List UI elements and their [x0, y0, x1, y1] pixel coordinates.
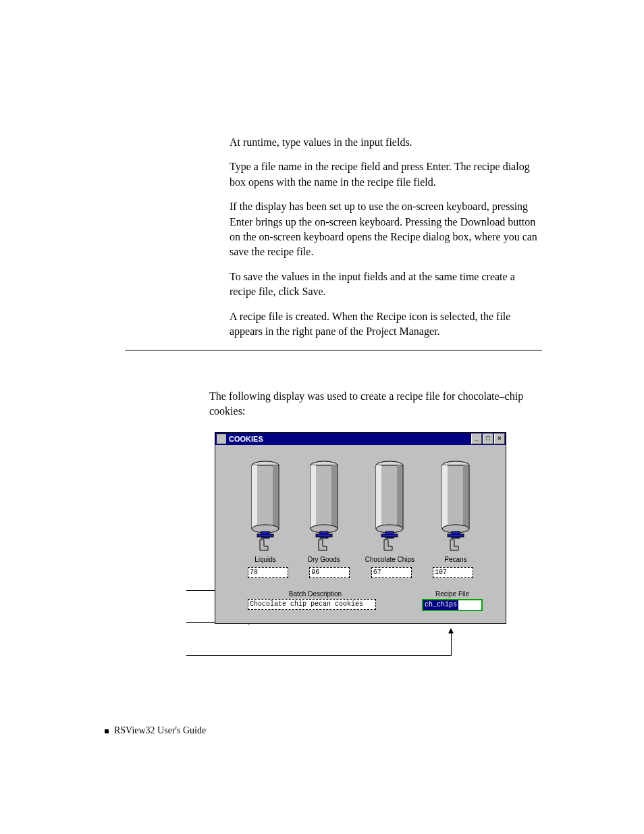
tank-drygoods: Dry Goods: [306, 459, 342, 563]
app-icon: [217, 434, 226, 444]
batch-description-label: Batch Description: [248, 590, 383, 598]
svg-rect-17: [397, 465, 402, 529]
svg-rect-20: [381, 534, 398, 537]
svg-rect-13: [316, 534, 332, 537]
arrow-line-3: [186, 655, 452, 656]
paragraph-3: If the display has been set up to use th…: [230, 199, 540, 260]
recipe-file-label: Recipe File: [422, 590, 483, 598]
tank-label: Dry Goods: [308, 556, 340, 563]
tank-chocolate: Chocolate Chips: [365, 459, 414, 563]
tank-liquids: Liquids: [248, 459, 283, 563]
tank-inputs-row: 78 96 67 107: [248, 567, 473, 578]
chocolate-input[interactable]: 67: [371, 567, 412, 578]
paragraph-1: At runtime, type values in the input fie…: [230, 135, 540, 150]
paragraph-2: Type a file name in the recipe field and…: [230, 159, 540, 190]
bottom-inputs-row: Batch Description Chocolate chip pecan c…: [248, 590, 483, 611]
recipe-file-input[interactable]: ch_chips: [422, 599, 483, 611]
liquids-input[interactable]: 78: [248, 567, 288, 578]
cookies-window: COOKIES _ □ × Liquids: [215, 432, 506, 624]
arrow-vline-3: [451, 631, 452, 655]
svg-rect-3: [273, 465, 278, 529]
svg-rect-24: [463, 465, 468, 529]
page-footer: RSView32 User's Guide: [105, 725, 206, 736]
window-title: COOKIES: [229, 435, 263, 443]
footer-bullet-icon: [105, 729, 109, 733]
footer-text: RSView32 User's Guide: [114, 725, 206, 735]
svg-rect-9: [311, 465, 316, 529]
svg-rect-16: [376, 465, 381, 529]
svg-rect-27: [448, 534, 464, 537]
figure-intro-text: The following display was used to create…: [209, 389, 543, 419]
arrow-head-3: [448, 628, 454, 633]
svg-rect-23: [442, 465, 448, 529]
window-body: Liquids Dry Goods: [215, 445, 506, 623]
section-divider: [125, 350, 542, 350]
pecans-input[interactable]: 107: [433, 567, 473, 578]
paragraph-4: To save the values in the input fields a…: [230, 269, 540, 300]
close-button[interactable]: ×: [494, 434, 505, 444]
tank-icon: [372, 459, 407, 553]
svg-rect-2: [252, 465, 257, 529]
tank-label: Pecans: [444, 556, 466, 563]
svg-rect-10: [331, 465, 337, 529]
tank-row: Liquids Dry Goods: [248, 459, 473, 563]
maximize-button[interactable]: □: [483, 434, 493, 444]
tank-icon: [248, 459, 283, 553]
recipe-file-value: ch_chips: [423, 600, 458, 610]
tank-pecans: Pecans: [438, 459, 473, 563]
window-titlebar[interactable]: COOKIES _ □ ×: [215, 433, 506, 445]
tank-icon: [438, 459, 473, 553]
paragraph-5: A recipe file is created. When the Recip…: [230, 309, 540, 340]
tank-icon: [306, 459, 342, 553]
tank-label: Liquids: [254, 556, 276, 563]
svg-rect-6: [257, 534, 273, 537]
drygoods-input[interactable]: 96: [309, 567, 350, 578]
tank-label: Chocolate Chips: [365, 556, 414, 563]
main-text-block: At runtime, type values in the input fie…: [230, 135, 540, 348]
minimize-button[interactable]: _: [471, 434, 482, 444]
batch-description-input[interactable]: Chocolate chip pecan cookies: [248, 599, 376, 610]
